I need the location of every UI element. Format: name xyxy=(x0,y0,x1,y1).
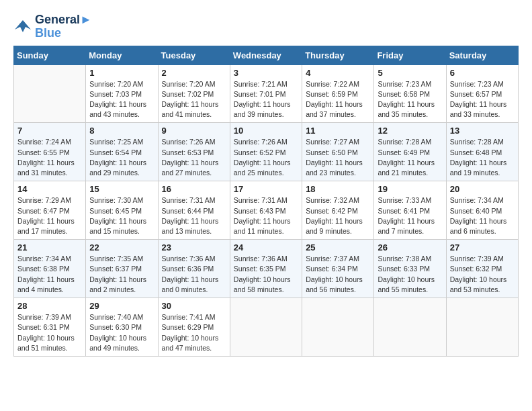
calendar-cell: 20Sunrise: 7:34 AMSunset: 6:40 PMDayligh… xyxy=(446,181,518,240)
calendar-cell: 26Sunrise: 7:38 AMSunset: 6:33 PMDayligh… xyxy=(374,240,446,298)
day-number: 19 xyxy=(378,184,442,194)
day-info: Sunrise: 7:36 AMSunset: 6:36 PMDaylight:… xyxy=(162,254,226,295)
calendar-cell: 16Sunrise: 7:31 AMSunset: 6:44 PMDayligh… xyxy=(158,181,230,240)
day-info: Sunrise: 7:41 AMSunset: 6:29 PMDaylight:… xyxy=(162,312,226,353)
day-number: 11 xyxy=(306,126,370,136)
day-number: 16 xyxy=(162,184,226,194)
day-info: Sunrise: 7:27 AMSunset: 6:50 PMDaylight:… xyxy=(306,137,370,178)
calendar-cell: 9Sunrise: 7:26 AMSunset: 6:53 PMDaylight… xyxy=(158,123,230,181)
day-number: 22 xyxy=(89,242,154,253)
day-info: Sunrise: 7:20 AMSunset: 7:03 PMDaylight:… xyxy=(89,79,154,120)
day-number: 20 xyxy=(450,184,515,194)
day-number: 10 xyxy=(234,126,298,136)
calendar-cell: 22Sunrise: 7:35 AMSunset: 6:37 PMDayligh… xyxy=(86,240,158,298)
day-info: Sunrise: 7:37 AMSunset: 6:34 PMDaylight:… xyxy=(306,254,370,295)
day-number: 29 xyxy=(89,301,154,311)
day-number: 26 xyxy=(378,242,442,253)
calendar-cell xyxy=(446,298,518,357)
weekday-header: Sunday xyxy=(14,46,86,64)
day-info: Sunrise: 7:21 AMSunset: 7:01 PMDaylight:… xyxy=(234,79,298,120)
day-number: 2 xyxy=(162,68,226,78)
weekday-header: Tuesday xyxy=(158,46,230,64)
calendar-cell: 21Sunrise: 7:34 AMSunset: 6:38 PMDayligh… xyxy=(14,240,86,298)
calendar-cell: 10Sunrise: 7:26 AMSunset: 6:52 PMDayligh… xyxy=(230,123,302,181)
logo-icon xyxy=(13,17,32,36)
calendar-cell: 4Sunrise: 7:22 AMSunset: 6:59 PMDaylight… xyxy=(302,64,374,123)
weekday-header: Thursday xyxy=(302,46,374,64)
day-number: 18 xyxy=(306,184,370,194)
weekday-header: Friday xyxy=(374,46,446,64)
calendar-cell: 23Sunrise: 7:36 AMSunset: 6:36 PMDayligh… xyxy=(158,240,230,298)
day-number: 3 xyxy=(234,68,298,78)
day-info: Sunrise: 7:39 AMSunset: 6:32 PMDaylight:… xyxy=(450,254,515,295)
calendar-cell: 8Sunrise: 7:25 AMSunset: 6:54 PMDaylight… xyxy=(86,123,158,181)
day-info: Sunrise: 7:25 AMSunset: 6:54 PMDaylight:… xyxy=(89,137,154,178)
weekday-header: Monday xyxy=(86,46,158,64)
day-number: 6 xyxy=(450,68,515,78)
calendar-cell: 2Sunrise: 7:20 AMSunset: 7:02 PMDaylight… xyxy=(158,64,230,123)
calendar-cell xyxy=(230,298,302,357)
calendar-cell: 11Sunrise: 7:27 AMSunset: 6:50 PMDayligh… xyxy=(302,123,374,181)
day-info: Sunrise: 7:34 AMSunset: 6:38 PMDaylight:… xyxy=(17,254,82,295)
day-number: 23 xyxy=(162,242,226,253)
day-info: Sunrise: 7:40 AMSunset: 6:30 PMDaylight:… xyxy=(89,312,154,353)
calendar-cell: 18Sunrise: 7:32 AMSunset: 6:42 PMDayligh… xyxy=(302,181,374,240)
day-info: Sunrise: 7:23 AMSunset: 6:57 PMDaylight:… xyxy=(450,79,515,120)
calendar-cell: 25Sunrise: 7:37 AMSunset: 6:34 PMDayligh… xyxy=(302,240,374,298)
calendar-cell: 3Sunrise: 7:21 AMSunset: 7:01 PMDaylight… xyxy=(230,64,302,123)
day-number: 30 xyxy=(162,301,226,311)
calendar-cell xyxy=(374,298,446,357)
day-info: Sunrise: 7:31 AMSunset: 6:43 PMDaylight:… xyxy=(234,195,298,236)
day-info: Sunrise: 7:28 AMSunset: 6:49 PMDaylight:… xyxy=(378,137,442,178)
day-info: Sunrise: 7:33 AMSunset: 6:41 PMDaylight:… xyxy=(378,195,442,236)
calendar-cell: 24Sunrise: 7:36 AMSunset: 6:35 PMDayligh… xyxy=(230,240,302,298)
day-info: Sunrise: 7:26 AMSunset: 6:53 PMDaylight:… xyxy=(162,137,226,178)
calendar-cell: 27Sunrise: 7:39 AMSunset: 6:32 PMDayligh… xyxy=(446,240,518,298)
calendar-cell: 6Sunrise: 7:23 AMSunset: 6:57 PMDaylight… xyxy=(446,64,518,123)
calendar-cell: 17Sunrise: 7:31 AMSunset: 6:43 PMDayligh… xyxy=(230,181,302,240)
calendar-cell: 28Sunrise: 7:39 AMSunset: 6:31 PMDayligh… xyxy=(14,298,86,357)
day-info: Sunrise: 7:28 AMSunset: 6:48 PMDaylight:… xyxy=(450,137,515,178)
day-info: Sunrise: 7:32 AMSunset: 6:42 PMDaylight:… xyxy=(306,195,370,236)
day-info: Sunrise: 7:34 AMSunset: 6:40 PMDaylight:… xyxy=(450,195,515,236)
day-number: 12 xyxy=(378,126,442,136)
logo-text: General► Blue xyxy=(35,13,92,40)
calendar-cell: 12Sunrise: 7:28 AMSunset: 6:49 PMDayligh… xyxy=(374,123,446,181)
day-number: 25 xyxy=(306,242,370,253)
calendar-cell: 13Sunrise: 7:28 AMSunset: 6:48 PMDayligh… xyxy=(446,123,518,181)
weekday-header: Wednesday xyxy=(230,46,302,64)
calendar-cell: 14Sunrise: 7:29 AMSunset: 6:47 PMDayligh… xyxy=(14,181,86,240)
day-info: Sunrise: 7:22 AMSunset: 6:59 PMDaylight:… xyxy=(306,79,370,120)
day-number: 15 xyxy=(89,184,154,194)
day-number: 9 xyxy=(162,126,226,136)
calendar-cell: 19Sunrise: 7:33 AMSunset: 6:41 PMDayligh… xyxy=(374,181,446,240)
calendar-cell xyxy=(14,64,86,123)
logo: General► Blue xyxy=(13,13,92,40)
day-info: Sunrise: 7:35 AMSunset: 6:37 PMDaylight:… xyxy=(89,254,154,295)
day-number: 14 xyxy=(17,184,82,194)
day-info: Sunrise: 7:36 AMSunset: 6:35 PMDaylight:… xyxy=(234,254,298,295)
day-number: 4 xyxy=(306,68,370,78)
page-header: General► Blue xyxy=(13,13,519,40)
calendar-cell: 29Sunrise: 7:40 AMSunset: 6:30 PMDayligh… xyxy=(86,298,158,357)
calendar-cell xyxy=(302,298,374,357)
weekday-header: Saturday xyxy=(446,46,518,64)
calendar-cell: 5Sunrise: 7:23 AMSunset: 6:58 PMDaylight… xyxy=(374,64,446,123)
day-number: 27 xyxy=(450,242,515,253)
day-number: 17 xyxy=(234,184,298,194)
day-info: Sunrise: 7:24 AMSunset: 6:55 PMDaylight:… xyxy=(17,137,82,178)
calendar-table: SundayMondayTuesdayWednesdayThursdayFrid… xyxy=(13,46,519,357)
day-number: 7 xyxy=(17,126,82,136)
calendar-cell: 30Sunrise: 7:41 AMSunset: 6:29 PMDayligh… xyxy=(158,298,230,357)
day-info: Sunrise: 7:29 AMSunset: 6:47 PMDaylight:… xyxy=(17,195,82,236)
calendar-cell: 7Sunrise: 7:24 AMSunset: 6:55 PMDaylight… xyxy=(14,123,86,181)
day-info: Sunrise: 7:39 AMSunset: 6:31 PMDaylight:… xyxy=(17,312,82,353)
calendar-cell: 1Sunrise: 7:20 AMSunset: 7:03 PMDaylight… xyxy=(86,64,158,123)
day-info: Sunrise: 7:23 AMSunset: 6:58 PMDaylight:… xyxy=(378,79,442,120)
day-info: Sunrise: 7:26 AMSunset: 6:52 PMDaylight:… xyxy=(234,137,298,178)
day-number: 13 xyxy=(450,126,515,136)
svg-marker-0 xyxy=(15,20,31,32)
day-number: 8 xyxy=(89,126,154,136)
day-number: 24 xyxy=(234,242,298,253)
day-info: Sunrise: 7:38 AMSunset: 6:33 PMDaylight:… xyxy=(378,254,442,295)
